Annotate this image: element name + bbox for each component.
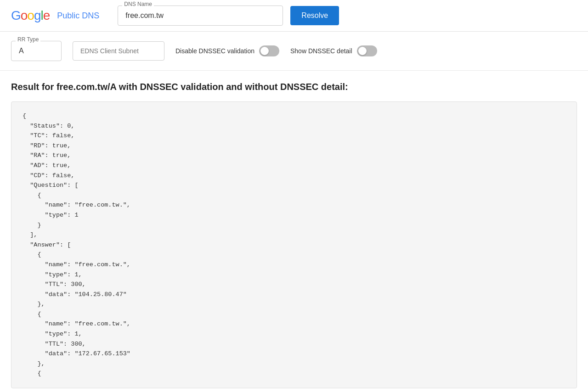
rr-type-label: RR Type — [16, 36, 40, 43]
logo-letter-e: e — [43, 8, 50, 23]
dns-name-label: DNS Name — [122, 1, 154, 7]
logo-letter-o2: o — [27, 8, 34, 23]
rr-type-input[interactable] — [11, 41, 62, 61]
controls-bar: RR Type Disable DNSSEC validation Show D… — [0, 32, 588, 71]
disable-dnssec-toggle[interactable] — [259, 45, 279, 56]
edns-field — [73, 41, 164, 61]
rr-type-field: RR Type — [11, 41, 62, 61]
result-title: Result for free.com.tw/A with DNSSEC val… — [11, 82, 577, 92]
dns-name-input[interactable] — [118, 6, 283, 26]
public-dns-label: Public DNS — [57, 11, 99, 21]
result-json-box: { "Status": 0, "TC": false, "RD": true, … — [11, 101, 577, 388]
logo-letter-g: G — [11, 8, 21, 23]
show-dnssec-toggle[interactable] — [357, 45, 377, 56]
dns-name-field: DNS Name — [118, 6, 283, 26]
logo-letter-g2: g — [34, 8, 41, 23]
logo-letter-o1: o — [21, 8, 28, 23]
show-dnssec-thumb — [358, 47, 367, 55]
disable-dnssec-group: Disable DNSSEC validation — [175, 45, 279, 56]
disable-dnssec-thumb — [260, 47, 269, 55]
show-dnssec-group: Show DNSSEC detail — [290, 45, 377, 56]
edns-client-subnet-input[interactable] — [73, 41, 164, 61]
google-logo[interactable]: Google — [11, 8, 50, 23]
result-section: Result for free.com.tw/A with DNSSEC val… — [0, 71, 588, 388]
disable-dnssec-label: Disable DNSSEC validation — [175, 47, 254, 55]
header: Google Public DNS DNS Name Resolve — [0, 0, 588, 32]
show-dnssec-label: Show DNSSEC detail — [290, 47, 352, 55]
resolve-button[interactable]: Resolve — [290, 6, 339, 25]
